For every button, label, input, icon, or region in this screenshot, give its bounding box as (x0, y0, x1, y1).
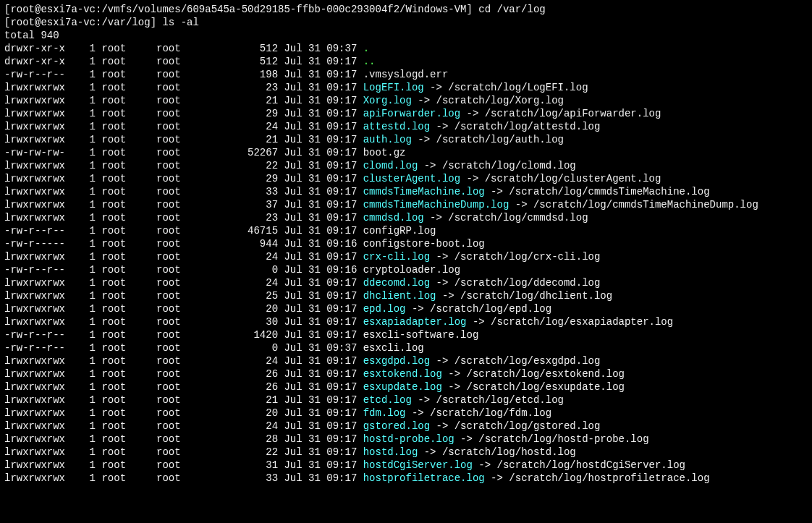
file-ddecomd.log: ddecomd.log (363, 277, 430, 289)
file-esxgdpd.log: esxgdpd.log (363, 355, 430, 367)
file-hostprofiletrace.log: hostprofiletrace.log (363, 472, 485, 484)
file-etcd.log: etcd.log (363, 394, 412, 406)
prompt-line-2: [root@esxi7a-vc:/var/log] ls -al (4, 17, 199, 28)
file-configRP.log: configRP.log (363, 225, 436, 237)
file-..: .. (363, 56, 376, 67)
file-crx-cli.log: crx-cli.log (363, 251, 430, 263)
file-epd.log: epd.log (363, 303, 406, 315)
file-hostd-probe.log: hostd-probe.log (363, 433, 454, 445)
file-hostd.log: hostd.log (363, 446, 418, 458)
file-esxapiadapter.log: esxapiadapter.log (363, 316, 467, 328)
file-cmmdsTimeMachineDump.log: cmmdsTimeMachineDump.log (363, 199, 509, 211)
total-line: total 940 (4, 30, 59, 41)
file-LogEFI.log: LogEFI.log (363, 82, 424, 93)
file-cmmdsTimeMachine.log: cmmdsTimeMachine.log (363, 186, 485, 197)
file-.vmsyslogd.err: .vmsyslogd.err (363, 69, 449, 80)
file-hostdCgiServer.log: hostdCgiServer.log (363, 459, 473, 471)
file-dhclient.log: dhclient.log (363, 290, 436, 302)
file-clomd.log: clomd.log (363, 160, 418, 171)
file-clusterAgent.log: clusterAgent.log (363, 173, 460, 184)
file-esxtokend.log: esxtokend.log (363, 368, 442, 380)
file-attestd.log: attestd.log (363, 121, 430, 132)
file-Xorg.log: Xorg.log (363, 95, 412, 106)
file-configstore-boot.log: configstore-boot.log (363, 238, 485, 250)
file-.: . (363, 43, 369, 54)
file-cmmdsd.log: cmmdsd.log (363, 212, 424, 224)
file-cryptoloader.log: cryptoloader.log (363, 264, 460, 276)
file-auth.log: auth.log (363, 134, 412, 145)
terminal[interactable]: [root@esxi7a-vc:/vmfs/volumes/609a545a-5… (0, 0, 812, 488)
file-fdm.log: fdm.log (363, 407, 406, 419)
file-apiForwarder.log: apiForwarder.log (363, 108, 460, 119)
prompt-line-1: [root@esxi7a-vc:/vmfs/volumes/609a545a-5… (4, 4, 546, 15)
file-gstored.log: gstored.log (363, 420, 430, 432)
file-esxupdate.log: esxupdate.log (363, 381, 442, 393)
file-esxcli-software.log: esxcli-software.log (363, 329, 479, 341)
file-esxcli.log: esxcli.log (363, 342, 424, 354)
file-boot.gz: boot.gz (363, 147, 406, 158)
